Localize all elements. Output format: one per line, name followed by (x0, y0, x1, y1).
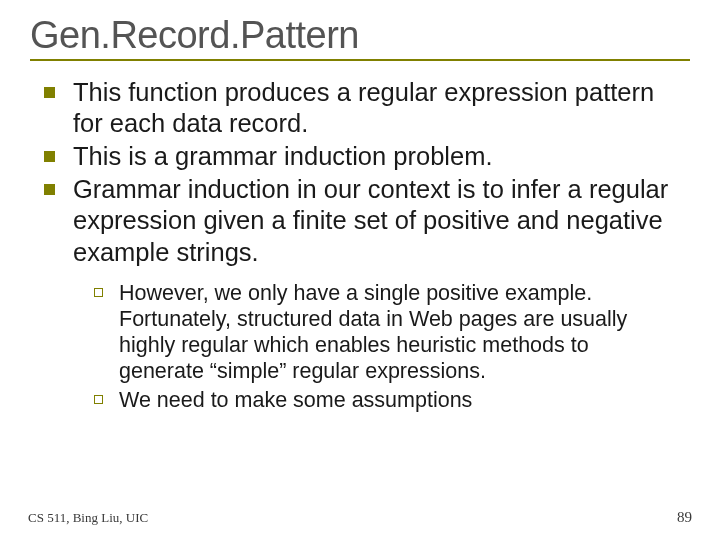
sub-bullet-item: We need to make some assumptions (94, 387, 678, 413)
square-bullet-icon (44, 184, 55, 195)
sub-bullet-text: We need to make some assumptions (119, 387, 472, 413)
sub-bullet-item: However, we only have a single positive … (94, 280, 678, 385)
slide-title: Gen.Record.Pattern (30, 14, 696, 61)
content-area: This function produces a regular express… (24, 63, 696, 413)
bullet-text: This is a grammar induction problem. (73, 141, 493, 172)
sub-bullet-text: However, we only have a single positive … (119, 280, 678, 385)
bullet-item: This function produces a regular express… (44, 77, 686, 139)
square-bullet-icon (44, 87, 55, 98)
square-bullet-icon (44, 151, 55, 162)
bullet-item: This is a grammar induction problem. (44, 141, 686, 172)
bullet-text: Grammar induction in our context is to i… (73, 174, 686, 267)
hollow-square-bullet-icon (94, 288, 103, 297)
footer-source: CS 511, Bing Liu, UIC (28, 510, 148, 526)
title-underline (30, 59, 690, 61)
bullet-item: Grammar induction in our context is to i… (44, 174, 686, 267)
title-area: Gen.Record.Pattern (24, 14, 696, 61)
slide: Gen.Record.Pattern This function produce… (0, 0, 720, 540)
slide-footer: CS 511, Bing Liu, UIC 89 (28, 509, 692, 526)
slide-number: 89 (677, 509, 692, 526)
bullet-text: This function produces a regular express… (73, 77, 686, 139)
sub-bullet-list: However, we only have a single positive … (44, 270, 686, 413)
hollow-square-bullet-icon (94, 395, 103, 404)
